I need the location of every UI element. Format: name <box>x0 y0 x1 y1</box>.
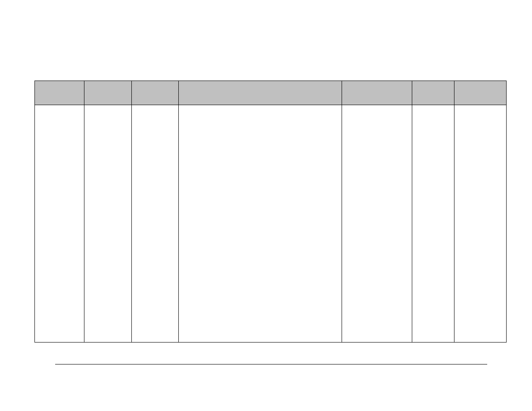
table-header-cell <box>454 81 507 105</box>
table-row <box>35 105 507 342</box>
page <box>0 0 532 411</box>
table-header-cell <box>412 81 454 105</box>
footer-divider <box>55 364 487 364</box>
table-cell <box>84 105 132 342</box>
table-cell <box>35 105 84 342</box>
table-cell <box>132 105 179 342</box>
table-header-cell <box>35 81 84 105</box>
table-cell <box>412 105 454 342</box>
table-header-cell <box>179 81 342 105</box>
table-header-cell <box>132 81 179 105</box>
table-cell <box>179 105 342 342</box>
table-header-cell <box>342 81 412 105</box>
table-cell <box>342 105 412 342</box>
table-cell <box>454 105 507 342</box>
table-header-row <box>35 81 507 105</box>
table-header-cell <box>84 81 132 105</box>
data-table <box>34 81 507 342</box>
